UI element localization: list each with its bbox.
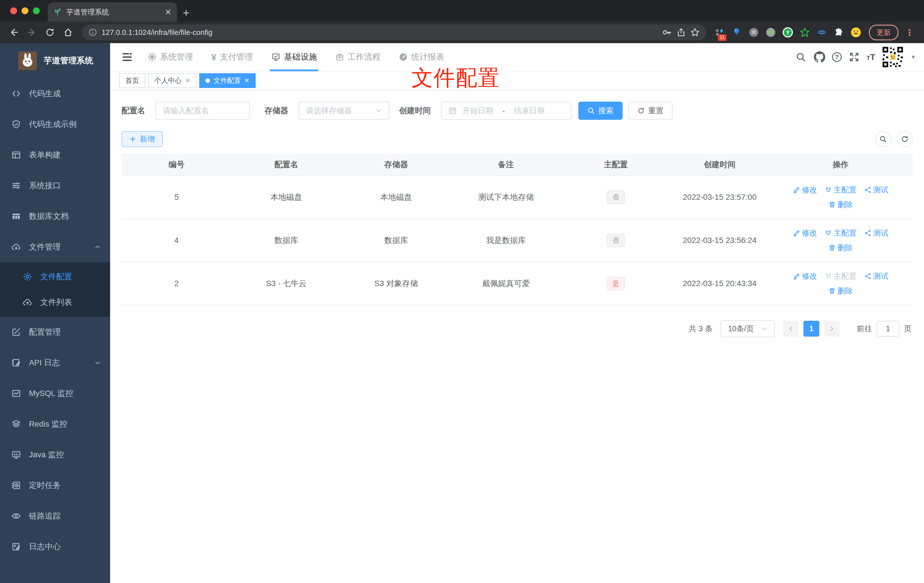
- master-tag: 否: [607, 190, 625, 204]
- table-search-toggle-button[interactable]: [875, 131, 891, 147]
- test-action[interactable]: 测试: [864, 228, 889, 238]
- edit-action[interactable]: 修改: [793, 185, 817, 195]
- delete-action[interactable]: 删除: [828, 286, 853, 296]
- sidebar-item-code-gen[interactable]: 代码生成: [0, 78, 110, 109]
- edit-action[interactable]: 修改: [793, 228, 817, 238]
- nav-item-payment[interactable]: ¥ 支付管理: [204, 43, 260, 71]
- minimize-window-button[interactable]: [21, 7, 28, 14]
- master-action[interactable]: 主配置: [825, 185, 857, 195]
- close-icon[interactable]: ✕: [244, 77, 249, 84]
- sidebar-item-log-center[interactable]: 日志中心: [0, 531, 110, 562]
- sidebar-item-scheduled-tasks[interactable]: 定时任务: [0, 470, 110, 501]
- master-action[interactable]: 主配置: [825, 228, 857, 238]
- sidebar-item-system-api[interactable]: 系统接口: [0, 170, 110, 201]
- sidebar-item-config-manage[interactable]: 配置管理: [0, 317, 110, 347]
- extension-notes-icon[interactable]: 11: [712, 25, 727, 40]
- new-tab-button[interactable]: +: [177, 7, 197, 21]
- extension-y-icon[interactable]: Y: [780, 25, 795, 40]
- extension-green-dot-icon[interactable]: [763, 25, 778, 40]
- page-number-current[interactable]: 1: [804, 321, 819, 337]
- next-page-button[interactable]: [824, 321, 840, 337]
- sidebar-item-label: 文件管理: [29, 241, 61, 252]
- tags-view-bar: 首页 个人中心✕ 文件配置✕: [110, 71, 924, 90]
- table-refresh-button[interactable]: [897, 131, 912, 147]
- master-tag: 否: [607, 234, 625, 247]
- window-controls[interactable]: [0, 0, 48, 21]
- extension-star-icon[interactable]: [797, 25, 812, 40]
- fullscreen-icon[interactable]: [848, 51, 860, 63]
- tab-close-icon[interactable]: ✕: [165, 7, 172, 17]
- tag-home[interactable]: 首页: [119, 73, 145, 88]
- extension-balloon-icon[interactable]: [729, 25, 744, 40]
- filter-name-label: 配置名: [122, 105, 145, 116]
- sidebar-item-redis-monitor[interactable]: Redis 监控: [0, 409, 110, 439]
- config-name-input-field[interactable]: [163, 106, 243, 115]
- close-window-button[interactable]: [10, 7, 17, 14]
- sidebar-item-mysql-monitor[interactable]: MySQL 监控: [0, 378, 110, 409]
- browser-tab[interactable]: 芋道管理系统 ✕: [48, 2, 177, 21]
- test-action-label: 测试: [873, 271, 889, 281]
- tag-profile[interactable]: 个人中心✕: [148, 73, 196, 88]
- nav-item-reports[interactable]: 统计报表: [392, 43, 451, 71]
- sidebar-logo[interactable]: 芋道管理系统: [0, 43, 110, 78]
- home-icon[interactable]: [60, 25, 76, 40]
- delete-action[interactable]: 删除: [828, 243, 853, 253]
- sidebar-item-label: API 日志: [29, 357, 60, 368]
- extension-eye-icon[interactable]: [815, 25, 829, 40]
- github-icon[interactable]: [813, 51, 826, 63]
- user-avatar-qr[interactable]: [881, 46, 904, 68]
- page-size-select[interactable]: 10条/页: [721, 320, 775, 337]
- storage-select[interactable]: 请选择存储器: [299, 102, 389, 120]
- browser-menu-icon[interactable]: ⋮: [901, 28, 918, 38]
- sidebar-item-file-list[interactable]: 文件列表: [0, 289, 110, 315]
- nav-item-workflow[interactable]: 工作流程: [328, 43, 387, 71]
- caret-down-icon[interactable]: ▼: [911, 54, 916, 61]
- url-bar[interactable]: 127.0.0.1:1024/infra/file/file-config: [82, 25, 706, 40]
- back-icon[interactable]: [6, 25, 21, 40]
- browser-update-button[interactable]: 更新: [869, 25, 898, 40]
- sidebar-item-label: MySQL 监控: [29, 388, 73, 399]
- edit-action[interactable]: 修改: [793, 271, 817, 281]
- sidebar-item-file-manage[interactable]: 文件管理: [0, 231, 110, 262]
- reset-button[interactable]: 重置: [628, 102, 673, 120]
- nav-item-infrastructure[interactable]: 基础设施: [264, 43, 324, 71]
- sidebar-item-file-config[interactable]: 文件配置: [0, 264, 110, 289]
- test-action[interactable]: 测试: [864, 271, 889, 281]
- delete-action[interactable]: 删除: [828, 200, 853, 210]
- test-action[interactable]: 测试: [864, 185, 889, 195]
- extension-puzzle-icon[interactable]: [832, 25, 846, 40]
- reload-icon[interactable]: [42, 25, 58, 40]
- zoom-window-button[interactable]: [33, 7, 40, 14]
- sidebar-item-code-demo[interactable]: 代码生成示例: [0, 109, 110, 140]
- search-icon[interactable]: [795, 51, 807, 63]
- nav-item-label: 系统管理: [160, 51, 193, 63]
- prev-page-button[interactable]: [783, 321, 799, 337]
- add-button[interactable]: 新增: [122, 131, 163, 147]
- forward-icon[interactable]: [24, 25, 40, 40]
- sidebar-item-api-log[interactable]: API 日志: [0, 347, 110, 378]
- extension-emoji-icon[interactable]: [848, 25, 863, 40]
- sidebar-item-tracing[interactable]: 链路追踪: [0, 501, 110, 531]
- share-icon[interactable]: [676, 28, 686, 37]
- close-icon[interactable]: ✕: [185, 77, 190, 84]
- font-size-icon[interactable]: TT: [867, 52, 876, 62]
- search-button[interactable]: 搜索: [578, 102, 623, 120]
- password-key-icon[interactable]: [662, 27, 672, 38]
- favicon-plant-icon: [53, 8, 62, 16]
- goto-page-input[interactable]: [876, 321, 899, 337]
- extension-command-icon[interactable]: ⌘: [746, 25, 761, 40]
- sidebar-item-db-doc[interactable]: 数据库文档: [0, 201, 110, 231]
- bookmark-star-icon[interactable]: [690, 28, 700, 37]
- sidebar-item-label: 定时任务: [29, 480, 61, 491]
- config-name-input[interactable]: [155, 102, 250, 120]
- sidebar-collapse-icon[interactable]: [118, 48, 136, 66]
- log-edit-icon: [12, 542, 21, 552]
- storage-select-placeholder: 请选择存储器: [306, 106, 352, 116]
- site-info-icon[interactable]: [89, 28, 97, 36]
- date-range-picker[interactable]: 开始日期 - 结束日期: [441, 102, 571, 120]
- sidebar-item-form-builder[interactable]: 表单构建: [0, 140, 110, 170]
- help-icon[interactable]: ?: [832, 52, 842, 62]
- tag-file-config[interactable]: 文件配置✕: [199, 73, 256, 88]
- nav-item-system[interactable]: 系统管理: [141, 43, 200, 71]
- sidebar-item-java-monitor[interactable]: Java 监控: [0, 439, 110, 470]
